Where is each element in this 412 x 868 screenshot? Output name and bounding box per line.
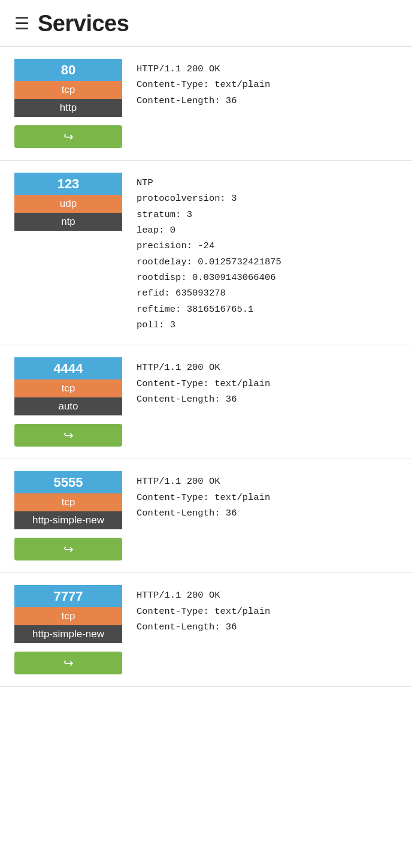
service-port-badge: 80 [14,59,122,81]
action-arrow-icon: ↪ [63,542,74,556]
service-info-text: HTTP/1.1 200 OK Content-Type: text/plain… [137,587,398,635]
service-port-badge: 5555 [14,471,122,493]
service-item: 80tcphttp↪HTTP/1.1 200 OK Content-Type: … [0,47,412,161]
service-protocol-badge: udp [14,195,122,213]
service-info-text: HTTP/1.1 200 OK Content-Type: text/plain… [137,360,398,407]
service-name-badge: http-simple-new [14,625,122,643]
service-port-badge: 4444 [14,357,122,379]
service-name-badge: http [14,99,122,117]
service-protocol-badge: tcp [14,81,122,99]
service-badges: 4444tcpauto↪ [14,357,122,447]
service-info-panel: HTTP/1.1 200 OK Content-Type: text/plain… [137,585,398,635]
service-info-panel: HTTP/1.1 200 OK Content-Type: text/plain… [137,471,398,521]
service-list: 80tcphttp↪HTTP/1.1 200 OK Content-Type: … [0,47,412,687]
service-badges: 80tcphttp↪ [14,59,122,148]
service-info-panel: NTP protocolversion: 3 stratum: 3 leap: … [137,173,398,333]
service-info-text: HTTP/1.1 200 OK Content-Type: text/plain… [137,61,398,108]
service-port-badge: 123 [14,173,122,195]
service-info-panel: HTTP/1.1 200 OK Content-Type: text/plain… [137,59,398,108]
service-item: 5555tcphttp-simple-new↪HTTP/1.1 200 OK C… [0,459,412,573]
service-info-text: NTP protocolversion: 3 stratum: 3 leap: … [137,175,398,333]
service-badges: 123udpntp [14,173,122,231]
service-name-badge: ntp [14,213,122,231]
action-arrow-icon: ↪ [63,129,74,144]
service-info-text: HTTP/1.1 200 OK Content-Type: text/plain… [137,474,398,521]
list-icon: ☰ [14,16,29,32]
service-protocol-badge: tcp [14,379,122,397]
page-header: ☰ Services [0,0,412,47]
service-item: 7777tcphttp-simple-new↪HTTP/1.1 200 OK C… [0,573,412,687]
service-action-button[interactable]: ↪ [14,652,122,674]
service-item: 4444tcpauto↪HTTP/1.1 200 OK Content-Type… [0,345,412,459]
service-name-badge: auto [14,397,122,415]
service-badges: 5555tcphttp-simple-new↪ [14,471,122,560]
service-item: 123udpntpNTP protocolversion: 3 stratum:… [0,161,412,345]
service-action-button[interactable]: ↪ [14,538,122,560]
service-protocol-badge: tcp [14,607,122,625]
service-badges: 7777tcphttp-simple-new↪ [14,585,122,674]
service-info-panel: HTTP/1.1 200 OK Content-Type: text/plain… [137,357,398,407]
service-protocol-badge: tcp [14,493,122,511]
action-arrow-icon: ↪ [63,428,74,442]
page-title: Services [38,11,129,37]
service-action-button[interactable]: ↪ [14,125,122,148]
service-name-badge: http-simple-new [14,511,122,529]
service-action-button[interactable]: ↪ [14,424,122,447]
action-arrow-icon: ↪ [63,656,74,670]
service-port-badge: 7777 [14,585,122,607]
